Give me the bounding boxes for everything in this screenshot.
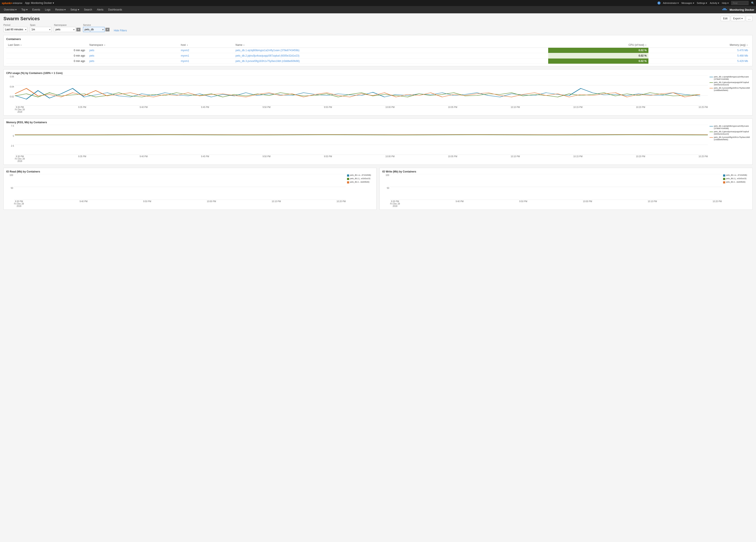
mem-x-label-3: 9:45 PM [201, 155, 209, 162]
splunk-brand: splunk> [2, 2, 12, 5]
edit-button[interactable]: Edit [721, 16, 730, 21]
iowrite-y-50: 50 [387, 187, 389, 189]
cell-name[interactable]: pets_db.3.pvsoe5fig183h1v75y0wx18dt (c0d… [234, 59, 548, 64]
messages-menu[interactable]: Messages ▾ [681, 2, 694, 5]
nav-overview[interactable]: Overview ▾ [2, 7, 19, 12]
cell-host[interactable]: myvm1 [179, 59, 234, 64]
io-write-title: IO Write (Mb) by Containers [382, 170, 750, 173]
page-actions: Edit Export ▾ ... [721, 16, 753, 21]
cell-memory[interactable]: 5.468 Mb [648, 53, 750, 59]
top-nav-right: i Administrator ▾ Messages ▾ Settings ▾ … [657, 1, 754, 5]
nav-alerts[interactable]: Alerts [95, 7, 106, 12]
service-select-container: pets_db [83, 27, 105, 32]
nav-search[interactable]: Search [82, 7, 94, 12]
cpu-x-label-10: 10:20 PM [636, 106, 645, 113]
iowrite-legend-box-2 [723, 178, 725, 180]
cell-cpu: 0.02 % [548, 53, 648, 59]
iowrite-x-5: 10:20 PM [713, 200, 722, 207]
nav-review[interactable]: Review ▾ [53, 7, 68, 12]
span-select[interactable]: 1m 5m 15m [30, 27, 51, 32]
service-filter: Service pets_db ✕ [83, 24, 110, 32]
mem-y-5: 5 [13, 135, 14, 137]
service-label: Service [83, 24, 110, 26]
cpu-chart-title: CPU usage (%) by Containers (100% = 1 Co… [6, 72, 750, 75]
nav-events[interactable]: Events [30, 7, 42, 12]
hide-filters-button[interactable]: Hide Filters [114, 29, 127, 32]
memory-legend: pets_db.1.ejctq60ibmyps1a2mfty1vare (378… [708, 125, 750, 142]
cpu-legend-label-3: pets_db.3.pvsoe5fig183h1v75y0wx18dt (c0d… [714, 87, 750, 91]
cell-namespace[interactable]: pets [88, 53, 179, 59]
cpu-x-label-5: 9:55 PM [324, 106, 332, 113]
service-clear-button[interactable]: ✕ [105, 28, 110, 31]
mem-legend-label-3: pets_db.3.pvsoe5fig183h1v75y0wx18dt (c0d… [714, 136, 750, 141]
ioread-legend-label-2: pets_db.2.j...e32d1e23) [350, 177, 370, 180]
more-button[interactable]: ... [746, 16, 753, 21]
namespace-select-container: pets [54, 27, 76, 32]
cell-host[interactable]: myvm1 [179, 53, 234, 59]
mem-x-label-11: 10:25 PM [699, 155, 708, 162]
cell-namespace[interactable]: pets [88, 48, 179, 53]
splunk-logo: splunk> enterprise [2, 2, 22, 5]
cpu-chart-svg [15, 75, 708, 106]
cell-memory[interactable]: 5.470 Mb [648, 48, 750, 53]
iowrite-x-2: 9:50 PM [519, 200, 527, 207]
io-charts-row: IO Read (Mb) by Containers 100 50 [3, 168, 753, 213]
cell-namespace[interactable]: pets [88, 59, 179, 64]
nav-logs[interactable]: Logs [43, 7, 53, 12]
mem-y-2.5: 2.5 [11, 145, 14, 147]
namespace-clear-button[interactable]: ✕ [76, 28, 80, 31]
containers-table: Last Seen ⇕ Namespace ⇕ host ⇕ Name ⇕ CP… [6, 42, 750, 64]
docker-icon [722, 7, 728, 12]
cpu-x-label-8: 10:10 PM [511, 106, 520, 113]
mem-x-label-2: 9:40 PM [140, 155, 148, 162]
monitoring-docker-badge: Monitoring Docker [722, 7, 754, 12]
export-button[interactable]: Export ▾ [731, 16, 745, 21]
containers-section: Containers Last Seen ⇕ Namespace ⇕ host … [3, 35, 753, 66]
memory-chart-section: Memory (RSS, Mb) by Containers 7.5 5 2.5 [3, 119, 753, 165]
nav-dashboards[interactable]: Dashboards [106, 7, 124, 12]
col-cpu[interactable]: CPU (of host) ⇕ [548, 42, 648, 48]
period-label: Period [3, 24, 27, 26]
cell-host[interactable]: myvm2 [179, 48, 234, 53]
cpu-legend-label-2: pets_db.2.jqtvu0ju4oaojuqqz087zqdud (600… [714, 81, 750, 86]
find-input[interactable] [731, 1, 748, 5]
second-navigation: Overview ▾ Top ▾ Events Logs Review ▾ Se… [0, 6, 756, 13]
nav-top[interactable]: Top ▾ [19, 7, 30, 12]
ioread-y-100: 100 [9, 174, 13, 176]
namespace-select-wrap: pets ✕ [54, 27, 80, 32]
io-read-chart-svg [14, 174, 346, 200]
cpu-x-label-4: 9:50 PM [262, 106, 270, 113]
mem-legend-line-2 [710, 132, 713, 132]
col-last-seen[interactable]: Last Seen ⇕ [6, 42, 88, 48]
ioread-x-5: 10:20 PM [336, 200, 346, 207]
namespace-select[interactable]: pets [54, 27, 76, 32]
mem-legend-1: pets_db.1.ejctq60ibmyps1a2mfty1vare (378… [710, 125, 750, 129]
mem-y-7.5: 7.5 [11, 125, 14, 127]
app-name[interactable]: App: Monitoring Docker ▾ [25, 2, 54, 5]
help-menu[interactable]: Help ▾ [722, 2, 729, 5]
col-memory[interactable]: Memory (avg) ⇕ [648, 42, 750, 48]
cell-last-seen: 0 min ago [6, 53, 88, 59]
cell-name[interactable]: pets_db.1.ejctq60ibmyps1a2mfty1vare (378… [234, 48, 548, 53]
nav-setup[interactable]: Setup ▾ [68, 7, 81, 12]
period-select[interactable]: Last 60 minutes Last 4 hours Last 24 hou… [3, 27, 27, 32]
cpu-x-label-11: 10:25 PM [699, 106, 708, 113]
activity-menu[interactable]: Activity ▾ [710, 2, 719, 5]
mem-x-label-5: 9:55 PM [324, 155, 332, 162]
cell-memory[interactable]: 5.429 Mb [648, 59, 750, 64]
cpu-legend-2: pets_db.2.jqtvu0ju4oaojuqqz087zqdud (600… [710, 81, 750, 86]
memory-chart-svg [15, 125, 708, 155]
cpu-y-0.02: 0.02 [10, 95, 14, 98]
ioread-x-4: 10:10 PM [272, 200, 281, 207]
col-namespace[interactable]: Namespace ⇕ [88, 42, 179, 48]
mem-legend-line-1 [710, 126, 713, 126]
settings-menu[interactable]: Settings ▾ [697, 2, 707, 5]
service-select[interactable]: pets_db [83, 27, 105, 32]
cell-name[interactable]: pets_db.2.jqtvu0ju4oaojuqqz087zqdud (600… [234, 53, 548, 59]
cpu-chart-section: CPU usage (%) by Containers (100% = 1 Co… [3, 69, 753, 115]
admin-menu[interactable]: Administrator ▾ [663, 2, 679, 5]
col-host[interactable]: host ⇕ [179, 42, 234, 48]
cpu-legend-line-2 [710, 82, 713, 83]
cell-cpu: 0.02 % [548, 48, 648, 53]
col-name[interactable]: Name ⇕ [234, 42, 548, 48]
